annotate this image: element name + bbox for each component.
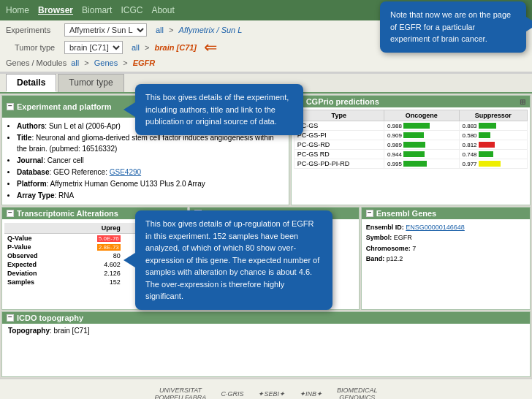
- exp-type: RNA: [58, 191, 74, 200]
- footer-logo-sebi: ✦SEBI✦: [258, 390, 285, 398]
- tumor-all-link[interactable]: all: [132, 43, 140, 52]
- cgrio-row: PC-GS RD 0.944 0.748: [294, 150, 527, 159]
- exp-journal: Cancer cell: [48, 156, 84, 164]
- tooltip-bottom-text: This box gives details of up-regulation …: [145, 219, 319, 300]
- ensembl-title: Ensembl Genes: [376, 209, 437, 218]
- tooltip-bottom: This box gives details of up-regulation …: [135, 210, 332, 310]
- exp-platform: Affymetrix Human Genome U133 Plus 2.0 Ar…: [50, 180, 205, 188]
- genes-all-link[interactable]: all: [71, 58, 79, 67]
- nav-icgc[interactable]: ICGC: [121, 5, 142, 15]
- cgrio-suppressor: 0.812: [459, 140, 527, 150]
- upreg-val: 4.602: [70, 260, 123, 269]
- tooltip-middle-arrow: [123, 102, 135, 117]
- nav-biomart[interactable]: Biomart: [82, 5, 112, 15]
- cgrio-row: PC-GS-PI 0.909 0.580: [294, 131, 527, 140]
- upreg-label: Deviation: [4, 269, 70, 278]
- icdo-header: ICDO topography: [2, 312, 530, 324]
- tab-details[interactable]: Details: [6, 74, 56, 92]
- ensembl-id-link[interactable]: ENSG00000146648: [406, 224, 465, 231]
- nav-browser[interactable]: Browser: [38, 5, 73, 15]
- icdo-collapse-btn[interactable]: [7, 314, 14, 322]
- experiments-label: Experiments: [6, 26, 64, 34]
- transcriptomic-collapse-btn[interactable]: [7, 210, 14, 217]
- tab-tumor-type[interactable]: Tumor type: [58, 74, 123, 92]
- cgrio-row: PC-GS-PD-PI-RD 0.995 0.977: [294, 159, 527, 169]
- icdo-content: Topography: brain [C71]: [2, 324, 530, 338]
- cgrio-suppressor: 0.580: [459, 131, 527, 140]
- upreg-highlight-orange: 2.8E-73: [97, 244, 121, 251]
- cgrio-oncogene: 0.995: [384, 159, 459, 169]
- cgrio-type: PC-GS-PI: [294, 131, 384, 140]
- experiments-value: Affymetrix / Sun L: [179, 26, 243, 34]
- cgrio-suppressor: 0.748: [459, 150, 527, 159]
- upreg-label: Expected: [4, 260, 70, 269]
- upreg-col-upreg: Upreg: [70, 223, 123, 234]
- tumor-select[interactable]: brain [C71]: [64, 41, 123, 54]
- upreg-val: 5.0E-76: [70, 234, 123, 243]
- upreg-val: 2.8E-73: [70, 243, 123, 251]
- ensembl-header: Ensembl Genes: [362, 208, 530, 219]
- tumor-value: brain [C71]: [155, 43, 197, 52]
- tumor-path: all > brain [C71]: [132, 43, 197, 52]
- cgrio-col-type: Type: [294, 110, 384, 121]
- cgrio-oncogene: 0.988: [384, 121, 459, 131]
- tooltip-bottom-arrow: [123, 253, 135, 267]
- tooltip-top: Note that now we are on the page of EGFR…: [380, 1, 526, 53]
- experiment-collapse-btn[interactable]: [7, 103, 14, 110]
- tooltip-top-arrow: [526, 17, 532, 31]
- nav-home[interactable]: Home: [6, 5, 29, 15]
- upreg-val: 2.126: [70, 269, 123, 278]
- cgrio-suppressor: 0.977: [459, 159, 527, 169]
- cgrio-oncogene: 0.909: [384, 131, 459, 140]
- cgrio-header: CGPrio predictions ⊞: [292, 96, 530, 107]
- upreg-label: Samples: [4, 278, 70, 286]
- ensembl-chromosome: 7: [412, 245, 416, 252]
- upreg-val: 152: [70, 278, 123, 286]
- cgrio-suppressor: 0.883: [459, 121, 527, 131]
- tumor-arrow: ⇐: [204, 38, 217, 57]
- experiment-title: Experiment and platform: [17, 102, 112, 111]
- cgrio-col-oncogene: Oncogene: [384, 110, 459, 121]
- ensembl-collapse-btn[interactable]: [366, 210, 373, 217]
- upreg-label: Observed: [4, 251, 70, 260]
- genes-link[interactable]: Genes: [94, 58, 118, 67]
- ensembl-band: p12.2: [387, 255, 403, 262]
- genes-path: all > Genes > EGFR: [71, 58, 155, 67]
- cgrio-content: Type Oncogene Suppressor PC-GS 0.988: [292, 107, 530, 171]
- cgrio-col-suppressor: Suppressor: [459, 110, 527, 121]
- ensembl-symbol: EGFR: [394, 234, 412, 241]
- geo-link[interactable]: GSE4290: [110, 168, 141, 176]
- upreg-highlight-red: 5.0E-76: [97, 235, 121, 242]
- nav-about[interactable]: About: [151, 5, 174, 15]
- cgrio-row: PC-GS-RD 0.989 0.812: [294, 140, 527, 150]
- cgrio-row: PC-GS 0.988 0.883: [294, 121, 527, 131]
- footer-logo-inb: ✦INB✦: [300, 390, 322, 398]
- upreg-label: P-Value: [4, 243, 70, 251]
- tooltip-middle: This box gives details of the experiment…: [135, 84, 303, 135]
- cgrio-type: PC-GS RD: [294, 150, 384, 159]
- tooltip-top-text: Note that now we are on the page of EGFR…: [390, 10, 511, 43]
- upreg-col-label: [4, 223, 70, 234]
- icdo-title: ICDO topography: [17, 314, 83, 322]
- egfr-label: EGFR: [133, 58, 156, 67]
- genes-label: Genes / Modules: [6, 58, 66, 67]
- icdo-topography: Topography: brain [C71]: [8, 327, 90, 335]
- exp-authors: Sun L et al (2006-Apr): [49, 122, 121, 130]
- upreg-label: Q-Value: [4, 234, 70, 243]
- cgrio-oncogene: 0.944: [384, 150, 459, 159]
- cgrio-expand-icon[interactable]: ⊞: [520, 98, 525, 106]
- cgrio-type: PC-GS-RD: [294, 140, 384, 150]
- experiments-select[interactable]: Affymetrix / Sun L: [64, 23, 147, 37]
- footer-logo-cgris: C·GRIS: [221, 390, 243, 398]
- transcriptomic-title: Transcriptomic Alterations: [17, 209, 118, 218]
- cgrio-type: PC-GS-PD-PI-RD: [294, 159, 384, 169]
- footer-logo-biomedical: BIOMEDICALGENOMICS: [337, 387, 378, 400]
- exp-title: Neuronal and glioma-derived stem cell fa…: [17, 134, 274, 153]
- footer: UNIVERSITATPOMPEU FABRA C·GRIS ✦SEBI✦ ✦I…: [0, 379, 532, 399]
- experiments-all-link[interactable]: all: [156, 26, 164, 34]
- upreg-val: 80: [70, 251, 123, 260]
- cgrio-type: PC-GS: [294, 121, 384, 131]
- ensembl-panel: Ensembl Genes Ensembl ID: ENSG0000014664…: [361, 207, 531, 310]
- experiments-path: all > Affymetrix / Sun L: [156, 26, 242, 34]
- tooltip-middle-text: This box gives details of the experiment…: [145, 93, 289, 126]
